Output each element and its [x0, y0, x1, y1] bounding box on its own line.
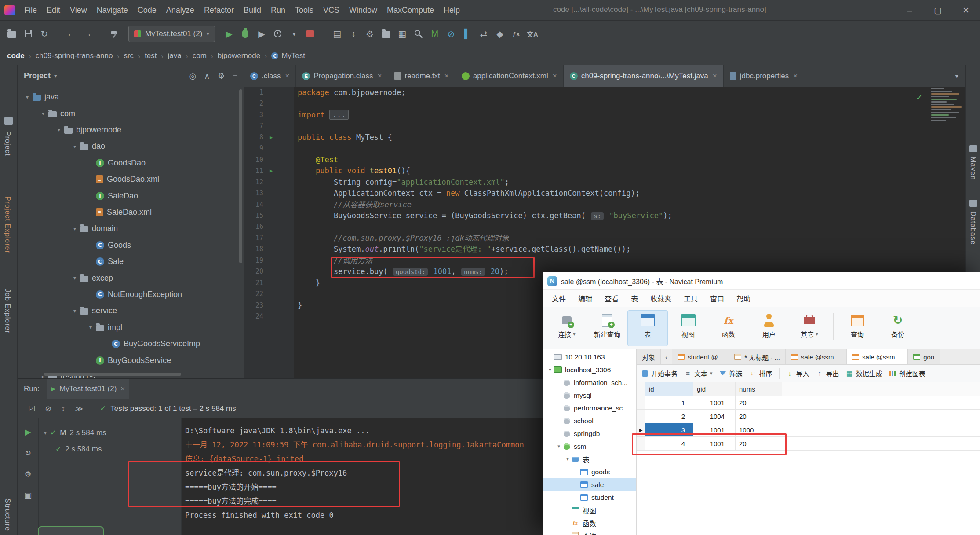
navicat-menu-item[interactable]: 收藏夹: [644, 293, 678, 304]
navicat-toolbar-newq[interactable]: 新建查询: [587, 310, 627, 346]
navicat-tree-item[interactable]: goods: [543, 465, 636, 478]
cell-gid[interactable]: 1004: [693, 410, 736, 423]
line-number[interactable]: 16: [246, 221, 263, 232]
test-settings-icon[interactable]: ⚙: [24, 469, 31, 479]
menu-item-analyze[interactable]: Analyze: [161, 0, 199, 20]
navicat-tree-item[interactable]: mysql: [543, 389, 636, 402]
stop-icon[interactable]: [304, 27, 317, 41]
object-tab[interactable]: student @...: [672, 349, 729, 364]
menu-item-maxcompute[interactable]: MaxCompute: [382, 0, 439, 20]
navicat-toolbar-func[interactable]: 函数: [708, 310, 749, 346]
close-tab-icon[interactable]: ×: [378, 72, 382, 81]
menu-item-navigate[interactable]: Navigate: [92, 0, 133, 20]
tree-expanded-icon[interactable]: ▾: [39, 110, 47, 117]
project-tree-item[interactable]: CGoods: [18, 237, 244, 253]
object-tab[interactable]: goo: [908, 349, 940, 364]
breadcrumb-item[interactable]: CMyTest: [271, 51, 305, 60]
cell-id[interactable]: 1: [645, 396, 693, 410]
navicat-menu-item[interactable]: 窗口: [704, 293, 730, 304]
project-tree-item[interactable]: ▾domain: [18, 220, 244, 237]
close-tab-icon[interactable]: ×: [120, 385, 125, 393]
tree-expanded-icon[interactable]: ▾: [70, 143, 79, 150]
cell-nums[interactable]: 20: [736, 396, 782, 410]
project-tree-item[interactable]: IBuyGoodsService: [18, 352, 244, 368]
menu-item-view[interactable]: View: [65, 0, 92, 20]
line-number[interactable]: 9: [246, 143, 263, 154]
close-tab-icon[interactable]: ×: [793, 72, 798, 81]
grid-tool-sort[interactable]: ↓↑排序: [749, 369, 772, 378]
run-config-combo[interactable]: MyTest.test01 (2)▾: [128, 26, 215, 42]
navicat-toolbar-view[interactable]: 视图: [668, 310, 708, 346]
navicat-tree-item[interactable]: student: [543, 491, 636, 504]
column-header-gid[interactable]: gid: [693, 382, 736, 396]
grid-tool-chart[interactable]: 创建图表: [889, 369, 925, 378]
menu-item-build[interactable]: Build: [239, 0, 266, 20]
grid-tool-export[interactable]: ↑导出: [816, 369, 839, 378]
navicat-menu-item[interactable]: 文件: [546, 293, 572, 304]
rerun-icon[interactable]: ▶: [25, 427, 31, 437]
forward-icon[interactable]: →: [81, 27, 94, 41]
navicat-tree-item[interactable]: 视图: [543, 504, 636, 517]
object-tab[interactable]: sale @ssm ...: [786, 349, 847, 364]
navicat-toolbar-backup[interactable]: 备份: [878, 310, 918, 346]
horizontal-scrollbar[interactable]: [44, 373, 181, 376]
project-tree-item[interactable]: ▾com: [18, 105, 244, 121]
collapse-all-icon[interactable]: ∧: [204, 71, 210, 81]
open-folder-icon[interactable]: [5, 27, 18, 41]
navicat-tree-item[interactable]: information_sch...: [543, 376, 636, 389]
line-number[interactable]: 2: [246, 98, 263, 109]
editor-tab[interactable]: jdbc.properties×: [724, 65, 804, 87]
project-tree-item[interactable]: SaleDao.xml: [18, 204, 244, 220]
object-tab[interactable]: * 无标题 - ...: [729, 349, 786, 364]
navicat-toolbar-other[interactable]: 其它▾: [789, 310, 830, 346]
more-actions-icon[interactable]: ≫: [75, 404, 83, 414]
line-number[interactable]: 7: [246, 121, 263, 132]
navicat-tree-item[interactable]: ▾localhost_3306: [543, 363, 636, 376]
run-coverage-icon[interactable]: ▶: [255, 27, 268, 41]
project-tree-item[interactable]: CBuyGoodsServiceImp: [18, 336, 244, 352]
breadcrumb-item[interactable]: test: [145, 51, 157, 60]
project-tree-item[interactable]: IGoodsDao: [18, 155, 244, 171]
line-number[interactable]: 1: [246, 87, 263, 98]
navicat-toolbar-table[interactable]: 表: [627, 310, 668, 346]
navicat-tree-item[interactable]: performance_sc...: [543, 402, 636, 414]
tree-expanded-icon[interactable]: ▾: [86, 324, 95, 330]
locate-file-icon[interactable]: ◎: [189, 71, 196, 81]
line-number[interactable]: 14: [246, 199, 263, 210]
run-tab[interactable]: ▶ MyTest.test01 (2) ×: [47, 379, 129, 399]
vertical-scrollbar[interactable]: [239, 89, 242, 263]
grid-tool-begintx[interactable]: 开始事务: [641, 369, 678, 378]
minimap[interactable]: [931, 88, 964, 127]
tool-stripe-project-explorer[interactable]: Project Explorer: [4, 196, 11, 253]
rerun-failed-icon[interactable]: ↻: [25, 448, 31, 458]
run-icon[interactable]: ▶: [222, 27, 236, 41]
breadcrumb-item[interactable]: java: [168, 51, 182, 60]
tree-expanded-icon[interactable]: ▾: [44, 430, 47, 436]
navicat-menu-item[interactable]: 工具: [678, 293, 704, 304]
close-tab-icon[interactable]: ×: [713, 72, 717, 81]
menu-item-help[interactable]: Help: [439, 0, 465, 20]
menu-item-tools[interactable]: Tools: [290, 0, 318, 20]
run-gutter-icon[interactable]: ▶: [270, 165, 273, 176]
editor-tab[interactable]: EPropagation.class×: [296, 65, 388, 87]
project-tree-item[interactable]: CSale: [18, 253, 244, 270]
project-tree-item[interactable]: ▾java: [18, 89, 244, 105]
project-tree-item[interactable]: ▾excep: [18, 270, 244, 286]
column-header-nums[interactable]: nums: [736, 382, 782, 396]
project-structure-icon[interactable]: [379, 27, 393, 41]
test-tree-item[interactable]: ▾✓M2 s 584 ms: [39, 425, 181, 441]
breadcrumb-item[interactable]: src: [124, 51, 134, 60]
close-button[interactable]: ✕: [952, 0, 980, 21]
menu-item-code[interactable]: Code: [133, 0, 161, 20]
settings-icon[interactable]: ⚙: [218, 71, 225, 81]
column-header-id[interactable]: id: [645, 382, 693, 396]
close-tab-icon[interactable]: ×: [553, 72, 557, 81]
cell-nums[interactable]: 20: [736, 410, 782, 423]
project-tree-item[interactable]: ▾service: [18, 303, 244, 319]
menu-item-run[interactable]: Run: [266, 0, 290, 20]
close-tab-icon[interactable]: ×: [444, 72, 449, 81]
tree-expanded-icon[interactable]: ▾: [70, 226, 79, 232]
navicat-tree-item[interactable]: springdb: [543, 427, 636, 440]
search-everywhere-icon[interactable]: [412, 27, 425, 41]
line-number[interactable]: 8: [246, 132, 263, 143]
